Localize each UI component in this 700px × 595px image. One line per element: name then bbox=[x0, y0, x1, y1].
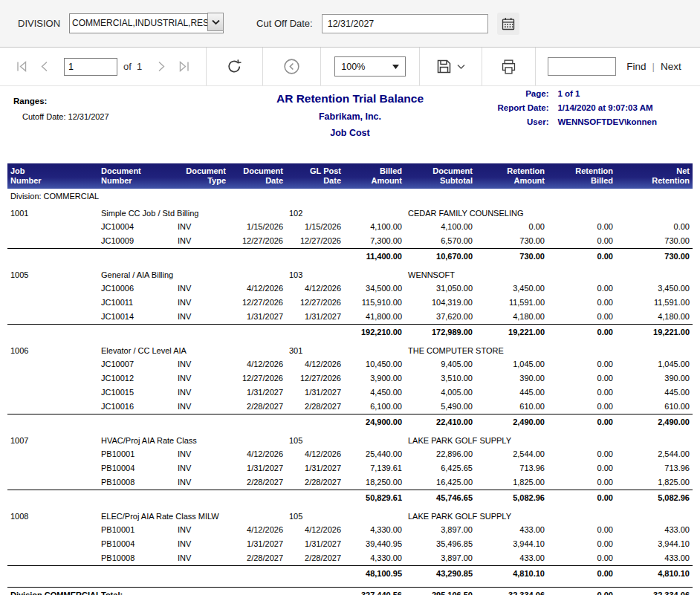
empty-cell bbox=[7, 447, 98, 461]
total-net-retention: 2,490.00 bbox=[616, 414, 693, 431]
billed-amount: 4,330.00 bbox=[344, 551, 405, 566]
document-row: PB10004INV1/31/20271/31/20277,139.616,42… bbox=[7, 461, 693, 475]
document-subtotal: 4,005.00 bbox=[405, 386, 476, 400]
job-code: 301 bbox=[286, 340, 344, 357]
net-retention: 433.00 bbox=[616, 551, 693, 566]
net-retention: 713.96 bbox=[616, 461, 693, 475]
empty-cell bbox=[7, 537, 98, 551]
billed-amount: 4,100.00 bbox=[344, 220, 405, 234]
net-retention: 433.00 bbox=[616, 523, 693, 537]
billed-amount: 4,330.00 bbox=[344, 523, 405, 537]
cutoff-date-input[interactable] bbox=[322, 14, 488, 33]
gl-post-date: 4/12/2026 bbox=[286, 282, 344, 296]
document-date: 4/12/2026 bbox=[229, 282, 286, 296]
document-type: INV bbox=[175, 296, 229, 310]
document-date: 12/27/2026 bbox=[229, 234, 286, 249]
job-total-row: 24,900.0022,410.002,490.000.002,490.00 bbox=[7, 414, 693, 431]
billed-amount: 4,450.00 bbox=[344, 386, 405, 400]
print-button[interactable] bbox=[496, 56, 522, 77]
document-subtotal: 4,100.00 bbox=[405, 220, 476, 234]
retention-amount: 4,180.00 bbox=[476, 310, 548, 325]
empty-cell bbox=[7, 386, 98, 400]
empty-cell bbox=[7, 234, 98, 249]
calendar-button[interactable] bbox=[497, 13, 519, 35]
document-row: JC10014INV1/31/20271/31/202741,800.0037,… bbox=[7, 310, 693, 325]
document-date: 4/12/2026 bbox=[229, 523, 286, 537]
division-dropdown[interactable]: COMMERCIAL,INDUSTRIAL,RESID bbox=[69, 13, 224, 33]
document-subtotal: 6,425.65 bbox=[405, 461, 476, 475]
next-page-button[interactable] bbox=[149, 57, 172, 76]
document-type: INV bbox=[175, 371, 229, 386]
document-number: PB10004 bbox=[98, 537, 175, 551]
retention-amount: 390.00 bbox=[476, 371, 548, 386]
total-retention-amount: 2,490.00 bbox=[476, 414, 548, 431]
billed-amount: 39,440.95 bbox=[344, 537, 405, 551]
gl-post-date: 12/27/2026 bbox=[286, 234, 344, 249]
find-input[interactable] bbox=[548, 57, 616, 76]
last-page-button[interactable] bbox=[172, 57, 195, 76]
save-export-button[interactable] bbox=[432, 56, 470, 77]
document-number: JC10016 bbox=[98, 400, 175, 414]
document-number: PB10001 bbox=[98, 447, 175, 461]
billed-amount: 10,450.00 bbox=[344, 357, 405, 371]
retention-billed: 0.00 bbox=[548, 475, 616, 490]
document-type: INV bbox=[175, 537, 229, 551]
report-table-body: Division: COMMERCIAL1001Simple CC Job / … bbox=[7, 189, 693, 595]
find-button[interactable]: Find bbox=[626, 61, 646, 72]
document-subtotal: 22,896.00 bbox=[405, 447, 476, 461]
empty-cell bbox=[7, 249, 344, 265]
net-retention: 0.00 bbox=[616, 220, 693, 234]
gl-post-date: 4/12/2026 bbox=[286, 357, 344, 371]
retention-amount: 1,045.00 bbox=[476, 357, 548, 371]
page-number-input[interactable] bbox=[64, 58, 117, 76]
billed-amount: 41,800.00 bbox=[344, 310, 405, 325]
back-to-parent-button[interactable] bbox=[278, 55, 305, 78]
document-date: 2/28/2027 bbox=[229, 400, 286, 414]
document-type: INV bbox=[175, 551, 229, 566]
refresh-button[interactable] bbox=[221, 56, 247, 77]
zoom-select[interactable]: 100% bbox=[334, 56, 406, 77]
dropdown-arrow-button[interactable] bbox=[207, 13, 224, 31]
total-retention-billed: 0.00 bbox=[548, 566, 616, 582]
retention-amount: 713.96 bbox=[476, 461, 548, 475]
retention-billed: 0.00 bbox=[548, 310, 616, 325]
refresh-group bbox=[207, 48, 263, 85]
document-date: 1/31/2027 bbox=[229, 537, 286, 551]
document-type: INV bbox=[175, 447, 229, 461]
net-retention: 445.00 bbox=[616, 386, 693, 400]
job-description: ELEC/Proj AIA Rate Class MILW bbox=[98, 506, 286, 523]
total-document-subtotal: 10,670.00 bbox=[405, 249, 476, 265]
billed-amount: 18,250.00 bbox=[344, 475, 405, 490]
gl-post-date: 2/28/2027 bbox=[286, 400, 344, 414]
page-navigation-group: of 1 bbox=[0, 48, 207, 85]
empty-cell bbox=[7, 371, 98, 386]
gl-post-date: 4/12/2026 bbox=[286, 447, 344, 461]
gl-post-date: 2/28/2027 bbox=[286, 475, 344, 490]
report-header: Ranges: Cutoff Date: 12/31/2027 AR Reten… bbox=[0, 89, 700, 157]
find-next-button[interactable]: Next bbox=[661, 61, 681, 72]
net-retention: 610.00 bbox=[616, 400, 693, 414]
retention-amount: 730.00 bbox=[476, 234, 548, 249]
document-type: INV bbox=[175, 282, 229, 296]
previous-page-button[interactable] bbox=[33, 57, 56, 76]
select-arrow-icon bbox=[392, 65, 399, 69]
empty-cell bbox=[7, 296, 98, 310]
job-code: 102 bbox=[286, 203, 344, 220]
retention-billed: 0.00 bbox=[548, 461, 616, 475]
job-total-row: 50,829.6145,746.655,082.960.005,082.96 bbox=[7, 490, 693, 507]
total-retention-billed: 0.00 bbox=[548, 249, 616, 265]
chevron-down-icon bbox=[212, 19, 220, 25]
document-number: JC10011 bbox=[98, 296, 175, 310]
document-date: 4/12/2026 bbox=[229, 447, 286, 461]
page-count-label: of 1 bbox=[123, 61, 142, 72]
job-total-row: 48,100.9543,290.854,810.100.004,810.10 bbox=[7, 566, 693, 582]
document-type: INV bbox=[175, 461, 229, 475]
first-page-button[interactable] bbox=[10, 57, 33, 76]
document-type: INV bbox=[175, 386, 229, 400]
job-total-row: 192,210.00172,989.0019,221.000.0019,221.… bbox=[7, 325, 693, 341]
total-retention-amount: 19,221.00 bbox=[476, 325, 548, 341]
document-number: JC10012 bbox=[98, 371, 175, 386]
grand-billed-amount: 327,440.56 bbox=[344, 587, 405, 595]
billed-amount: 115,910.00 bbox=[344, 296, 405, 310]
total-document-subtotal: 172,989.00 bbox=[405, 325, 476, 341]
